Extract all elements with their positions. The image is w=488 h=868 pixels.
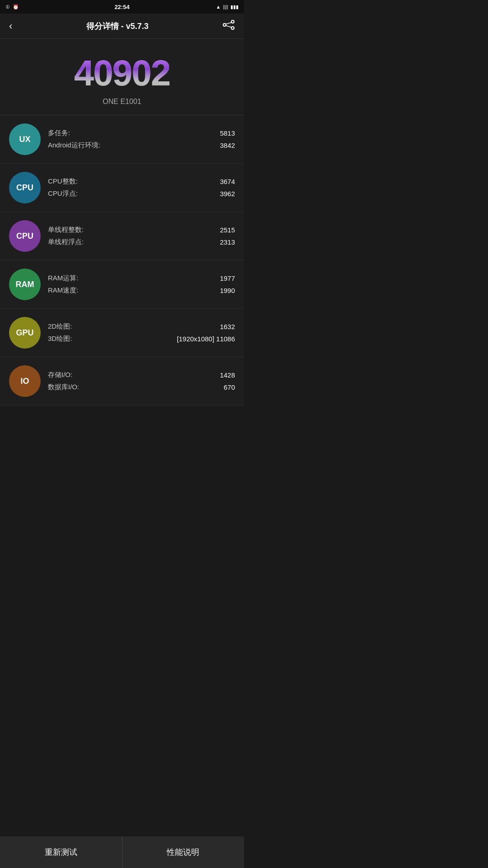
score-metric-line: 3D绘图:[868x488] 11086 (48, 333, 235, 345)
metric-label: 2D绘图: (48, 322, 72, 331)
metric-value: 2313 (220, 238, 235, 246)
svg-point-2 (223, 24, 226, 26)
icon-icon-ram: RAM (9, 269, 41, 300)
metric-label: CPU整数: (48, 177, 78, 186)
notification-icon-1: ① (5, 4, 10, 10)
share-button[interactable] (222, 20, 235, 33)
score-metric-line: 单线程浮点:2313 (48, 236, 235, 248)
device-name: ONE E1001 (9, 98, 235, 106)
score-details: 多任务:5813Android运行环境:3842 (48, 127, 235, 151)
score-metric-line: 多任务:5813 (48, 127, 235, 139)
score-metric-line: CPU整数:3674 (48, 175, 235, 188)
total-score: 40902 (74, 52, 170, 94)
score-details: 单线程整数:2515单线程浮点:2313 (48, 224, 235, 248)
icon-icon-ux: UX (9, 123, 41, 155)
metric-label: 3D绘图: (48, 335, 72, 343)
score-metric-line: 2D绘图:1632 (48, 321, 235, 333)
battery-icon: ▮▮▮ (230, 4, 239, 10)
icon-icon-gpu: GPU (9, 317, 41, 349)
metric-label: RAM速度: (48, 286, 79, 295)
score-details: 2D绘图:16323D绘图:[868x488] 11086 (48, 321, 235, 345)
score-details: 存储I/O:1428数据库I/O:670 (48, 369, 235, 393)
score-metric-line: RAM速度:1990 (48, 284, 235, 297)
status-right-icons: ▲ |||| ▮▮▮ (216, 4, 239, 10)
score-details: CPU整数:3674CPU浮点:3962 (48, 175, 235, 200)
alarm-icon: ⏰ (13, 4, 19, 10)
metric-value: [868x488] 11086 (177, 335, 235, 343)
metric-value: 5813 (220, 129, 235, 137)
score-row: RAMRAM运算:1977RAM速度:1990 (0, 260, 244, 309)
score-rows-container: UX多任务:5813Android运行环境:3842CPUCPU整数:3674C… (0, 115, 244, 406)
app-header: ‹ 得分详情 - v5.7.3 (0, 14, 244, 39)
metric-label: 单线程整数: (48, 226, 84, 234)
metric-value: 3674 (220, 178, 235, 185)
score-row: UX多任务:5813Android运行环境:3842 (0, 115, 244, 164)
svg-line-3 (226, 22, 232, 24)
metric-value: 670 (224, 383, 235, 391)
status-left-icons: ① ⏰ (5, 4, 19, 10)
metric-value: 1990 (220, 287, 235, 294)
icon-icon-io: IO (9, 365, 41, 397)
metric-value: 1632 (220, 323, 235, 330)
score-metric-line: 数据库I/O:670 (48, 381, 235, 393)
metric-value: 1428 (220, 371, 235, 379)
metric-label: RAM运算: (48, 274, 79, 283)
back-button[interactable]: ‹ (9, 20, 12, 32)
icon-icon-cpu-multi: CPU (9, 172, 41, 203)
score-metric-line: CPU浮点:3962 (48, 188, 235, 200)
score-row: GPU2D绘图:16323D绘图:[868x488] 11086 (0, 309, 244, 357)
metric-label: 单线程浮点: (48, 238, 84, 246)
page-title: 得分详情 - v5.7.3 (86, 21, 149, 32)
metric-value: 1977 (220, 274, 235, 282)
metric-value: 3962 (220, 190, 235, 198)
score-details: RAM运算:1977RAM速度:1990 (48, 272, 235, 297)
status-bar: ① ⏰ 22:54 ▲ |||| ▮▮▮ (0, 0, 244, 14)
score-metric-line: 单线程整数:2515 (48, 224, 235, 236)
status-time: 22:54 (114, 4, 129, 10)
metric-label: CPU浮点: (48, 189, 78, 198)
metric-label: 多任务: (48, 129, 70, 137)
score-metric-line: Android运行环境:3842 (48, 139, 235, 151)
icon-icon-cpu-single: CPU (9, 220, 41, 252)
metric-label: 数据库I/O: (48, 383, 79, 392)
svg-point-0 (231, 20, 234, 23)
score-metric-line: 存储I/O:1428 (48, 369, 235, 381)
score-row: CPU单线程整数:2515单线程浮点:2313 (0, 212, 244, 260)
metric-value: 3842 (220, 142, 235, 149)
svg-line-4 (226, 25, 232, 27)
score-row: CPUCPU整数:3674CPU浮点:3962 (0, 164, 244, 212)
metric-value: 2515 (220, 226, 235, 234)
metric-label: 存储I/O: (48, 371, 72, 379)
score-section: 40902 ONE E1001 (0, 39, 244, 115)
score-metric-line: RAM运算:1977 (48, 272, 235, 284)
metric-label: Android运行环境: (48, 141, 100, 150)
signal-icon: |||| (223, 4, 228, 9)
svg-point-1 (231, 27, 234, 29)
score-row: IO存储I/O:1428数据库I/O:670 (0, 357, 244, 406)
wifi-icon: ▲ (216, 4, 221, 9)
